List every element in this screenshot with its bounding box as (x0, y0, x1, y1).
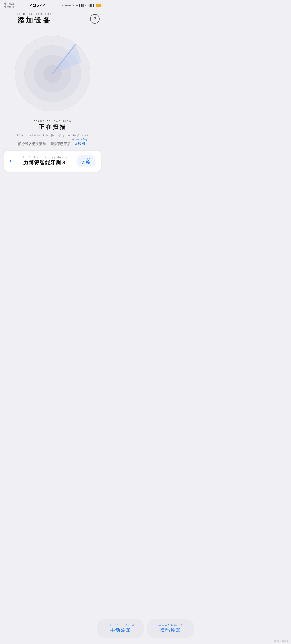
signal1-icon: ▌▌▌ (79, 4, 84, 7)
connect-button-0[interactable]: lián jiē 连接 (77, 155, 95, 167)
network1-icon: 5G (75, 4, 78, 7)
status-bar: 中国电信 中国移动 4:15 ✓✓ ∗ 20.9 K/s 5G ▌▌▌ 4G ▌… (0, 0, 105, 10)
scan-status-pinyin: zhèng zài sǎo miáo (5, 119, 100, 122)
status-icons: ∗ 20.9 K/s 5G ▌▌▌ 4G ▌▌▌ 12 (62, 4, 101, 7)
time-label: 4:15 (30, 3, 39, 8)
battery-level: 12 (97, 4, 100, 7)
header: ← tiān jiā shè bèi 添加设备 ? (0, 10, 105, 28)
page-title: 添加设备 (17, 16, 52, 25)
device-name-0: 力博得智能牙刷３ (23, 159, 67, 166)
scan-status-text: 正在扫描 (5, 123, 100, 131)
help-button[interactable]: ? (90, 14, 100, 24)
tick-icons: ✓✓ (40, 4, 45, 7)
wifi-link-area: wú xiàn wǎng 无线网 (72, 138, 87, 146)
connect-pinyin-0: lián jiē (82, 157, 90, 160)
wifi-pinyin: wú xiàn wǎng (72, 138, 87, 141)
device-card-0: lì bó dé zhì néng yá shuā 3 力博得智能牙刷３ liá… (4, 151, 101, 172)
scan-hint: bù fēn shè bèi wú fǎ tiān jiā， qǐng què … (5, 134, 100, 146)
radar-sweep-svg (15, 36, 90, 111)
bottom-spacer (0, 176, 105, 208)
data-speed: 20.9 K/s (65, 4, 74, 7)
wifi-link-text: 无线网 (74, 141, 85, 146)
device-info-0: lì bó dé zhì néng yá shuā 3 力博得智能牙刷３ (23, 156, 67, 166)
carrier-info: 中国电信 中国移动 (4, 2, 14, 8)
radar-scan-area (0, 28, 105, 117)
battery-indicator: 12 (96, 4, 101, 7)
bluetooth-icon: ∗ (62, 4, 64, 7)
connect-label-0: 连接 (81, 160, 91, 165)
back-arrow-icon: ← (7, 15, 13, 22)
device-list: lì bó dé zhì néng yá shuā 3 力博得智能牙刷３ liá… (0, 151, 105, 172)
header-title-area: tiān jiā shè bèi 添加设备 (17, 12, 90, 25)
device-pinyin-0: lì bó dé zhì néng yá shuā 3 (23, 156, 67, 159)
network2-icon: 4G (85, 4, 89, 7)
hint-pinyin: bù fēn shè bèi wú fǎ tiān jiā， qǐng què … (5, 134, 100, 138)
help-icon: ? (93, 16, 96, 21)
radar-sweep-wedge (53, 44, 81, 74)
carrier2-label: 中国移动 (4, 5, 14, 8)
status-time-area: 4:15 ✓✓ (30, 3, 45, 8)
carrier1-label: 中国电信 (4, 2, 14, 5)
radar-container (15, 36, 90, 111)
device-status-dot (10, 160, 11, 162)
back-button[interactable]: ← (5, 14, 15, 24)
signal2-icon: ▌▌▌ (90, 4, 95, 7)
hint-text: 部分设备无法添加，请确保已开启 (18, 142, 71, 146)
scan-status-section: zhèng zài sǎo miáo 正在扫描 bù fēn shè bèi w… (0, 117, 105, 151)
title-pinyin: tiān jiā shè bèi (17, 12, 52, 15)
